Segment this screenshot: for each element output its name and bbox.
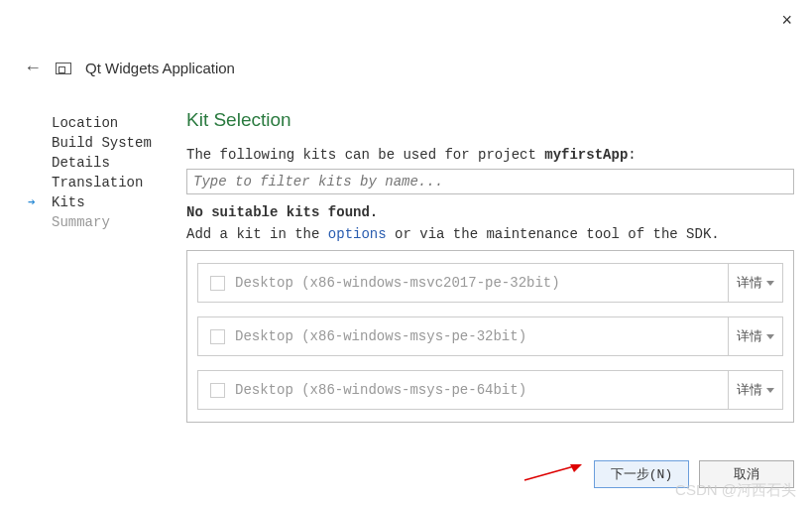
kit-details-label: 详情 (737, 381, 762, 399)
step-location[interactable]: Location (42, 113, 171, 133)
options-link[interactable]: options (328, 226, 387, 242)
step-kits[interactable]: Kits (42, 192, 171, 212)
kit-label: Desktop (x86-windows-msvc2017-pe-32bit) (235, 275, 728, 291)
kit-checkbox[interactable] (210, 383, 225, 398)
svg-marker-1 (570, 464, 582, 472)
wizard-header: ← Qt Widgets Application (24, 58, 235, 78)
watermark: CSDN @河西石头 (675, 481, 796, 500)
intro-suffix: : (628, 147, 636, 163)
kit-checkbox[interactable] (210, 329, 225, 344)
wizard-title: Qt Widgets Application (85, 60, 235, 76)
kit-details-label: 详情 (737, 274, 762, 292)
back-arrow-icon[interactable]: ← (24, 58, 42, 78)
kit-row[interactable]: Desktop (x86-windows-msys-pe-64bit) 详情 (197, 370, 783, 410)
kit-details-button[interactable]: 详情 (728, 264, 782, 302)
kits-list: Desktop (x86-windows-msvc2017-pe-32bit) … (186, 250, 794, 423)
kit-details-button[interactable]: 详情 (728, 371, 782, 409)
svg-line-0 (524, 466, 574, 480)
project-name: myfirstApp (544, 147, 628, 163)
kit-filter-input[interactable] (186, 169, 794, 194)
hint-suffix: or via the maintenance tool of the SDK. (387, 226, 720, 242)
annotation-arrow-icon (522, 462, 582, 482)
step-translation[interactable]: Translation (42, 173, 171, 192)
kit-label: Desktop (x86-windows-msys-pe-32bit) (235, 328, 728, 344)
kit-row[interactable]: Desktop (x86-windows-msys-pe-32bit) 详情 (197, 316, 783, 356)
step-details[interactable]: Details (42, 153, 171, 173)
chevron-down-icon (766, 334, 774, 339)
wizard-steps-sidebar: Location Build System Details Translatio… (42, 109, 171, 446)
kit-details-label: 详情 (737, 327, 762, 345)
page-title: Kit Selection (186, 109, 794, 131)
kit-label: Desktop (x86-windows-msys-pe-64bit) (235, 382, 728, 398)
main-panel: Kit Selection The following kits can be … (186, 109, 794, 446)
kit-checkbox[interactable] (210, 276, 225, 291)
chevron-down-icon (766, 281, 774, 286)
add-kit-hint: Add a kit in the options or via the main… (186, 226, 794, 242)
intro-text: The following kits can be used for proje… (186, 147, 794, 163)
close-icon[interactable]: × (781, 10, 792, 31)
chevron-down-icon (766, 388, 774, 393)
kit-row[interactable]: Desktop (x86-windows-msvc2017-pe-32bit) … (197, 263, 783, 303)
kit-details-button[interactable]: 详情 (728, 317, 782, 355)
step-build-system[interactable]: Build System (42, 133, 171, 153)
no-kits-warning: No suitable kits found. (186, 204, 794, 220)
app-icon (56, 63, 71, 74)
step-summary: Summary (42, 212, 171, 232)
hint-prefix: Add a kit in the (186, 226, 328, 242)
intro-prefix: The following kits can be used for proje… (186, 147, 544, 163)
wizard-body: Location Build System Details Translatio… (42, 109, 794, 446)
